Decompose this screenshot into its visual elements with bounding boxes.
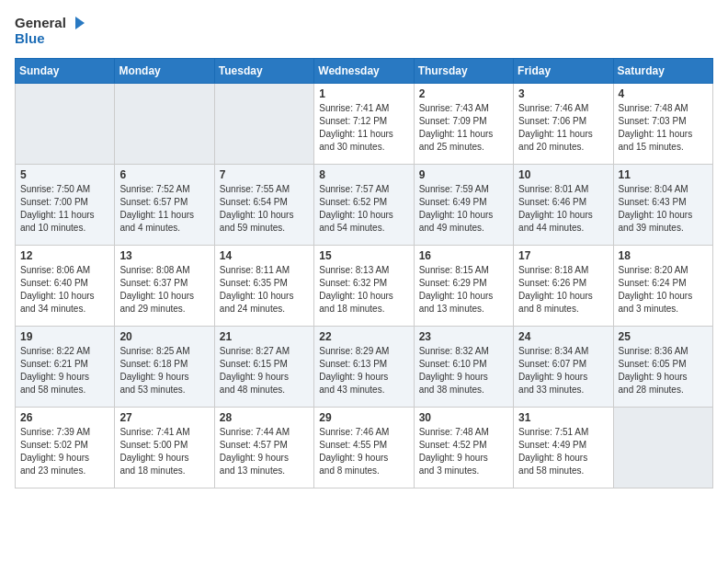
calendar-cell: 12Sunrise: 8:06 AMSunset: 6:40 PMDayligh… — [16, 245, 115, 326]
calendar-cell: 20Sunrise: 8:25 AMSunset: 6:18 PMDayligh… — [115, 326, 214, 407]
calendar-cell: 11Sunrise: 8:04 AMSunset: 6:43 PMDayligh… — [613, 164, 712, 245]
day-number: 4 — [619, 87, 708, 100]
cell-info: Sunrise: 7:51 AMSunset: 4:49 PMDaylight:… — [518, 426, 608, 477]
cell-info: Sunrise: 8:06 AMSunset: 6:40 PMDaylight:… — [20, 264, 109, 316]
calendar-cell: 4Sunrise: 7:48 AMSunset: 7:03 PMDaylight… — [613, 83, 712, 164]
day-number: 9 — [419, 168, 508, 181]
calendar-cell: 13Sunrise: 8:08 AMSunset: 6:37 PMDayligh… — [115, 245, 214, 326]
svg-marker-0 — [75, 17, 85, 29]
calendar-cell: 28Sunrise: 7:44 AMSunset: 4:57 PMDayligh… — [214, 407, 313, 488]
calendar-cell: 21Sunrise: 8:27 AMSunset: 6:15 PMDayligh… — [214, 326, 313, 407]
calendar-cell: 14Sunrise: 8:11 AMSunset: 6:35 PMDayligh… — [214, 245, 313, 326]
calendar-week-row: 26Sunrise: 7:39 AMSunset: 5:02 PMDayligh… — [16, 407, 713, 488]
day-number: 7 — [220, 168, 309, 181]
calendar-cell: 27Sunrise: 7:41 AMSunset: 5:00 PMDayligh… — [115, 407, 214, 488]
calendar-cell: 2Sunrise: 7:43 AMSunset: 7:09 PMDaylight… — [414, 83, 513, 164]
cell-info: Sunrise: 8:36 AMSunset: 6:05 PMDaylight:… — [619, 345, 708, 396]
cell-info: Sunrise: 8:13 AMSunset: 6:32 PMDaylight:… — [319, 264, 408, 316]
day-number: 10 — [518, 168, 608, 181]
day-number: 22 — [319, 330, 408, 343]
calendar-cell — [16, 83, 115, 164]
calendar-cell: 8Sunrise: 7:57 AMSunset: 6:52 PMDaylight… — [314, 164, 414, 245]
cell-info: Sunrise: 8:01 AMSunset: 6:46 PMDaylight:… — [518, 183, 608, 235]
day-number: 19 — [20, 330, 109, 343]
cell-info: Sunrise: 7:39 AMSunset: 5:02 PMDaylight:… — [20, 426, 109, 477]
day-header-friday: Friday — [514, 58, 613, 83]
cell-info: Sunrise: 7:52 AMSunset: 6:57 PMDaylight:… — [119, 183, 209, 235]
day-number: 6 — [119, 168, 209, 181]
day-number: 11 — [619, 168, 708, 181]
calendar-week-row: 12Sunrise: 8:06 AMSunset: 6:40 PMDayligh… — [16, 245, 713, 326]
cell-info: Sunrise: 8:04 AMSunset: 6:43 PMDaylight:… — [619, 183, 708, 235]
cell-info: Sunrise: 8:15 AMSunset: 6:29 PMDaylight:… — [419, 264, 508, 316]
cell-info: Sunrise: 7:57 AMSunset: 6:52 PMDaylight:… — [319, 183, 408, 235]
day-header-sunday: Sunday — [16, 58, 115, 83]
logo-blue-text: Blue — [15, 31, 85, 47]
logo: General Blue — [15, 15, 85, 47]
day-number: 8 — [319, 168, 408, 181]
calendar-cell: 23Sunrise: 8:32 AMSunset: 6:10 PMDayligh… — [414, 326, 513, 407]
day-number: 3 — [518, 87, 608, 100]
day-header-tuesday: Tuesday — [214, 58, 313, 83]
cell-info: Sunrise: 8:20 AMSunset: 6:24 PMDaylight:… — [619, 264, 708, 316]
day-header-wednesday: Wednesday — [314, 58, 414, 83]
calendar-week-row: 5Sunrise: 7:50 AMSunset: 7:00 PMDaylight… — [16, 164, 713, 245]
calendar-cell: 19Sunrise: 8:22 AMSunset: 6:21 PMDayligh… — [16, 326, 115, 407]
day-number: 21 — [220, 330, 309, 343]
calendar-cell: 3Sunrise: 7:46 AMSunset: 7:06 PMDaylight… — [514, 83, 613, 164]
calendar-cell — [115, 83, 214, 164]
cell-info: Sunrise: 8:25 AMSunset: 6:18 PMDaylight:… — [119, 345, 209, 396]
day-number: 15 — [319, 249, 408, 262]
day-number: 5 — [20, 168, 109, 181]
cell-info: Sunrise: 8:32 AMSunset: 6:10 PMDaylight:… — [419, 345, 508, 396]
logo-general-text: General — [15, 16, 66, 31]
cell-info: Sunrise: 8:18 AMSunset: 6:26 PMDaylight:… — [518, 264, 608, 316]
calendar-cell: 1Sunrise: 7:41 AMSunset: 7:12 PMDaylight… — [314, 83, 414, 164]
calendar-cell: 22Sunrise: 8:29 AMSunset: 6:13 PMDayligh… — [314, 326, 414, 407]
day-number: 24 — [518, 330, 608, 343]
day-number: 23 — [419, 330, 508, 343]
day-number: 31 — [518, 411, 608, 424]
cell-info: Sunrise: 7:55 AMSunset: 6:54 PMDaylight:… — [220, 183, 309, 235]
calendar-header-row: SundayMondayTuesdayWednesdayThursdayFrid… — [16, 58, 713, 83]
day-number: 1 — [319, 87, 408, 100]
day-number: 27 — [119, 411, 209, 424]
cell-info: Sunrise: 8:29 AMSunset: 6:13 PMDaylight:… — [319, 345, 408, 396]
calendar-cell: 29Sunrise: 7:46 AMSunset: 4:55 PMDayligh… — [314, 407, 414, 488]
calendar-cell: 15Sunrise: 8:13 AMSunset: 6:32 PMDayligh… — [314, 245, 414, 326]
day-number: 29 — [319, 411, 408, 424]
day-number: 14 — [220, 249, 309, 262]
calendar-cell — [214, 83, 313, 164]
calendar-cell: 17Sunrise: 8:18 AMSunset: 6:26 PMDayligh… — [514, 245, 613, 326]
cell-info: Sunrise: 8:11 AMSunset: 6:35 PMDaylight:… — [220, 264, 309, 316]
cell-info: Sunrise: 7:48 AMSunset: 7:03 PMDaylight:… — [619, 102, 708, 154]
calendar-cell — [613, 407, 712, 488]
day-number: 28 — [220, 411, 309, 424]
day-header-saturday: Saturday — [613, 58, 712, 83]
day-number: 2 — [419, 87, 508, 100]
cell-info: Sunrise: 7:46 AMSunset: 4:55 PMDaylight:… — [319, 426, 408, 477]
calendar-cell: 6Sunrise: 7:52 AMSunset: 6:57 PMDaylight… — [115, 164, 214, 245]
day-number: 20 — [119, 330, 209, 343]
cell-info: Sunrise: 7:48 AMSunset: 4:52 PMDaylight:… — [419, 426, 508, 477]
cell-info: Sunrise: 7:44 AMSunset: 4:57 PMDaylight:… — [220, 426, 309, 477]
day-number: 17 — [518, 249, 608, 262]
cell-info: Sunrise: 7:41 AMSunset: 5:00 PMDaylight:… — [119, 426, 209, 477]
calendar-cell: 24Sunrise: 8:34 AMSunset: 6:07 PMDayligh… — [514, 326, 613, 407]
calendar-cell: 10Sunrise: 8:01 AMSunset: 6:46 PMDayligh… — [514, 164, 613, 245]
cell-info: Sunrise: 8:27 AMSunset: 6:15 PMDaylight:… — [220, 345, 309, 396]
calendar-cell: 31Sunrise: 7:51 AMSunset: 4:49 PMDayligh… — [514, 407, 613, 488]
calendar-cell: 25Sunrise: 8:36 AMSunset: 6:05 PMDayligh… — [613, 326, 712, 407]
calendar-cell: 9Sunrise: 7:59 AMSunset: 6:49 PMDaylight… — [414, 164, 513, 245]
cell-info: Sunrise: 8:34 AMSunset: 6:07 PMDaylight:… — [518, 345, 608, 396]
logo-arrow-icon — [68, 15, 85, 31]
calendar-cell: 26Sunrise: 7:39 AMSunset: 5:02 PMDayligh… — [16, 407, 115, 488]
cell-info: Sunrise: 7:59 AMSunset: 6:49 PMDaylight:… — [419, 183, 508, 235]
calendar-cell: 30Sunrise: 7:48 AMSunset: 4:52 PMDayligh… — [414, 407, 513, 488]
calendar-table: SundayMondayTuesdayWednesdayThursdayFrid… — [15, 58, 713, 488]
cell-info: Sunrise: 8:08 AMSunset: 6:37 PMDaylight:… — [119, 264, 209, 316]
day-number: 25 — [619, 330, 708, 343]
day-header-thursday: Thursday — [414, 58, 513, 83]
calendar-cell: 16Sunrise: 8:15 AMSunset: 6:29 PMDayligh… — [414, 245, 513, 326]
day-header-monday: Monday — [115, 58, 214, 83]
